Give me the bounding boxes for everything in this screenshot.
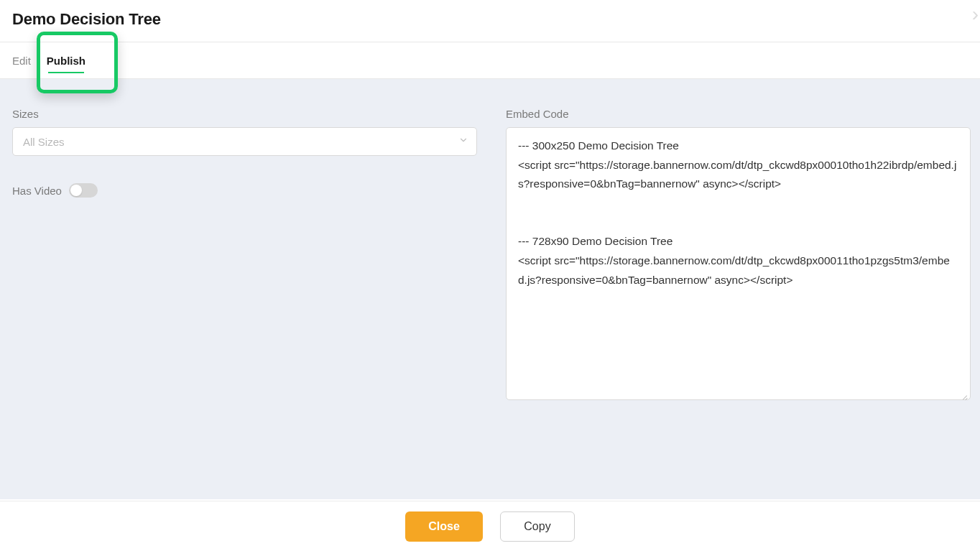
has-video-toggle[interactable] xyxy=(69,183,98,198)
content-area: Sizes All Sizes Has Video Embed Code xyxy=(0,79,980,499)
has-video-label: Has Video xyxy=(12,185,62,197)
footer-bar: Close Copy xyxy=(0,501,980,551)
tab-publish[interactable]: Publish xyxy=(47,44,85,78)
copy-button[interactable]: Copy xyxy=(500,511,575,542)
has-video-row: Has Video xyxy=(12,183,477,198)
close-button[interactable]: Close xyxy=(405,511,483,542)
sizes-select[interactable]: All Sizes xyxy=(12,127,477,156)
right-column: Embed Code xyxy=(506,108,971,485)
modal-header: Demo Decision Tree › xyxy=(0,0,980,42)
embed-code-label: Embed Code xyxy=(506,108,971,120)
close-icon[interactable]: › xyxy=(972,4,979,24)
sizes-select-wrap: All Sizes xyxy=(12,127,477,156)
embed-code-textarea[interactable] xyxy=(506,127,971,400)
tab-edit[interactable]: Edit xyxy=(12,44,31,78)
tabs-row: Edit Publish xyxy=(0,42,980,79)
page-title: Demo Decision Tree xyxy=(12,10,968,29)
sizes-label: Sizes xyxy=(12,108,477,120)
toggle-knob xyxy=(70,185,82,196)
left-column: Sizes All Sizes Has Video xyxy=(12,108,477,485)
